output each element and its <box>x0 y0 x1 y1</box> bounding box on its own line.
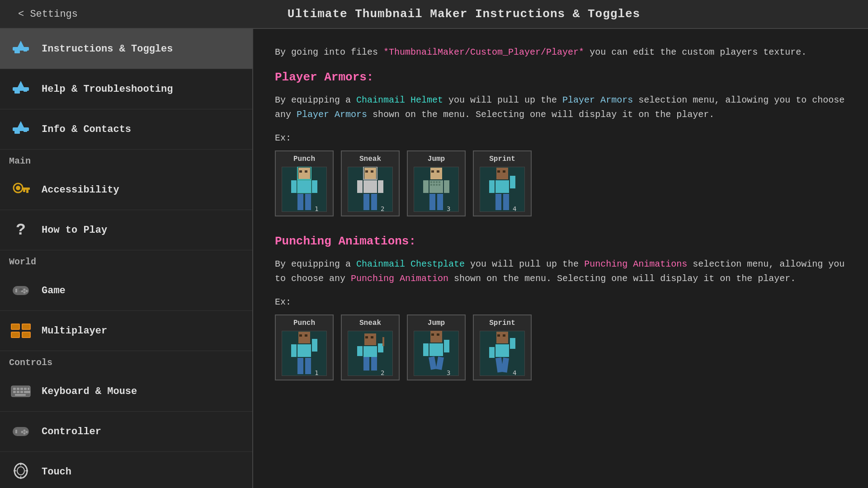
svg-rect-117 <box>365 336 368 338</box>
svg-rect-38 <box>20 388 23 390</box>
svg-rect-15 <box>26 190 28 193</box>
sprint-label: Sprint <box>489 155 515 163</box>
svg-point-55 <box>17 467 24 475</box>
sidebar-item-keyboard[interactable]: Keyboard & Mouse <box>0 371 252 412</box>
svg-text:1: 1 <box>315 369 318 376</box>
player-armors-desc: By equipping a Chainmail Helmet you will… <box>275 93 846 122</box>
back-button[interactable]: < Settings <box>18 9 78 20</box>
sidebar-item-how-to-play[interactable]: ? How to Play <box>0 210 252 250</box>
help-label: Help & Troubleshooting <box>42 84 173 95</box>
svg-rect-99 <box>497 170 500 173</box>
svg-rect-75 <box>363 180 377 193</box>
touch-icon <box>9 460 33 483</box>
plane-icon <box>9 37 33 61</box>
sidebar-item-instructions[interactable]: Instructions & Toggles <box>0 29 252 69</box>
svg-rect-36 <box>13 388 16 390</box>
punch-anim-label-2: Sneak <box>359 319 381 327</box>
punch-anim-card-1: Punch 1 <box>275 314 334 380</box>
touch-label: Touch <box>42 466 71 478</box>
punching-desc: By equipping a Chainmail Chestplate you … <box>275 257 846 286</box>
svg-rect-130 <box>444 340 449 352</box>
plane-icon-3 <box>9 117 33 141</box>
punch-anim-fig-3: 3 <box>414 331 459 376</box>
svg-rect-37 <box>17 388 19 390</box>
svg-rect-26 <box>19 288 22 290</box>
svg-text:3: 3 <box>447 369 450 376</box>
chainmail-helmet: Chainmail Helmet <box>356 95 443 105</box>
svg-rect-113 <box>297 358 303 374</box>
punch-label: Punch <box>293 155 315 163</box>
svg-rect-14 <box>22 188 30 190</box>
intro-path: *ThumbnailMaker/Custom_Player/Player* <box>383 47 584 57</box>
svg-rect-44 <box>24 391 30 393</box>
svg-rect-124 <box>371 357 377 371</box>
svg-rect-89 <box>430 184 432 186</box>
svg-rect-32 <box>12 333 19 337</box>
punch-anim-fig-4: 4 <box>480 331 525 376</box>
svg-text:2: 2 <box>381 205 384 212</box>
svg-rect-73 <box>371 170 373 173</box>
svg-rect-79 <box>371 194 377 210</box>
svg-point-50 <box>24 430 26 432</box>
multiplayer-label: Multiplayer <box>42 325 107 337</box>
svg-rect-60 <box>298 168 310 179</box>
svg-rect-133 <box>436 357 444 370</box>
punch-anim-fig-1: 1 <box>282 331 327 376</box>
punch-desc-2: you will pull up the <box>465 259 584 269</box>
player-armors-heading: Player Armors: <box>275 70 846 84</box>
svg-rect-129 <box>429 343 443 356</box>
svg-point-13 <box>16 186 20 190</box>
svg-text:3: 3 <box>447 205 450 212</box>
punch-anim-card-3: Jump 3 <box>407 314 466 380</box>
sidebar-item-info[interactable]: Info & Contacts <box>0 109 252 150</box>
intro-text-1: By going into files <box>275 47 383 57</box>
svg-rect-82 <box>431 170 434 173</box>
svg-rect-2 <box>14 51 20 53</box>
svg-rect-72 <box>365 170 368 173</box>
svg-rect-81 <box>430 168 442 179</box>
armor-card-punch: Punch <box>275 150 334 216</box>
sidebar-item-help[interactable]: Help & Troubleshooting <box>0 69 252 109</box>
main-layout: Instructions & Toggles Help & Troublesho… <box>0 29 868 488</box>
svg-rect-6 <box>14 91 20 94</box>
pa-desc-4: shown on the menu. Selecting one will di… <box>367 109 714 120</box>
controls-section-label: Controls <box>0 351 252 371</box>
back-label: < Settings <box>18 9 78 20</box>
header: < Settings Ultimate Thumbnail Maker Inst… <box>0 0 868 29</box>
sidebar: Instructions & Toggles Help & Troublesho… <box>0 29 253 488</box>
svg-rect-16 <box>23 190 25 192</box>
pa-desc-1: By equipping a <box>275 95 356 105</box>
svg-point-52 <box>21 431 24 433</box>
svg-rect-135 <box>496 332 508 343</box>
sneak-figure: 2 <box>348 167 393 212</box>
svg-marker-9 <box>17 121 24 128</box>
svg-rect-142 <box>501 357 509 372</box>
svg-rect-108 <box>299 334 302 337</box>
sidebar-item-accessibility[interactable]: Accessibility <box>0 170 252 210</box>
svg-rect-41 <box>13 391 16 393</box>
svg-text:4: 4 <box>513 369 516 376</box>
sidebar-item-game[interactable]: Game <box>0 271 252 311</box>
svg-rect-121 <box>382 337 384 346</box>
svg-point-54 <box>14 464 27 478</box>
svg-rect-42 <box>17 391 19 393</box>
punch-desc-4: shown on the menu. Selecting one will di… <box>448 273 796 284</box>
svg-rect-100 <box>503 170 505 173</box>
svg-rect-91 <box>436 184 438 186</box>
punch-anim-card-2: Sneak 2 <box>341 314 400 380</box>
sidebar-item-touch[interactable]: Touch <box>0 452 252 488</box>
sidebar-item-controller[interactable]: Controller <box>0 412 252 452</box>
svg-rect-43 <box>20 391 23 393</box>
ex-label-1: Ex: <box>275 133 846 143</box>
svg-rect-137 <box>503 334 505 337</box>
punch-anim-label-1: Punch <box>293 319 315 327</box>
svg-text:1: 1 <box>315 205 318 212</box>
accessibility-label: Accessibility <box>42 184 119 196</box>
chainmail-chestplate: Chainmail Chestplate <box>356 259 465 269</box>
sidebar-item-multiplayer[interactable]: Multiplayer <box>0 311 252 351</box>
main-section-label: Main <box>0 150 252 170</box>
svg-rect-49 <box>15 430 17 433</box>
intro-paragraph: By going into files *ThumbnailMaker/Cust… <box>275 45 846 60</box>
svg-rect-104 <box>495 194 501 210</box>
svg-rect-109 <box>305 334 307 337</box>
